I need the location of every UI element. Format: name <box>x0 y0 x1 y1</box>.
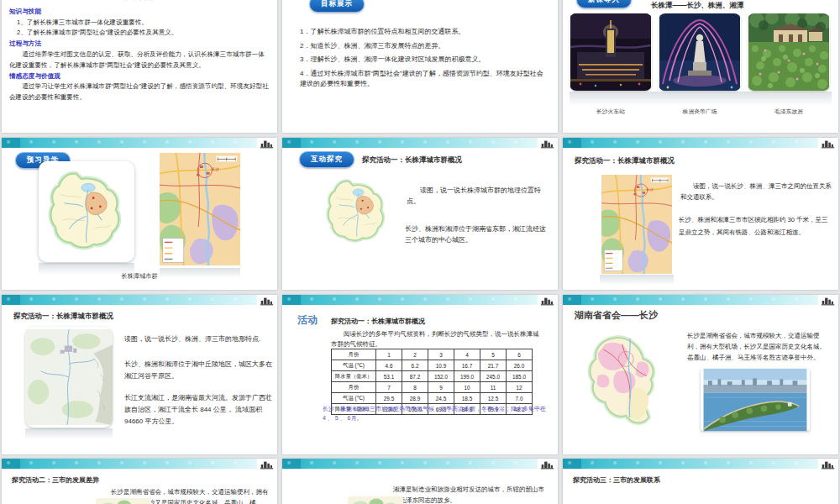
climate-value-cell: 10.9 <box>428 360 454 371</box>
climate-value-cell: 5 <box>480 349 507 360</box>
changsha-admin-map <box>585 328 679 446</box>
goal-item: 3．理解长沙、株洲、湘潭一体化建设对区域发展的积极意义。 <box>300 55 547 65</box>
slide-thumbnail-6[interactable]: 探究活动一：长株潭城市群概况 读图，说一说长沙、株洲、潭三市之间的位置关系和交通… <box>563 138 838 290</box>
climate-value-cell: 199.0 <box>454 371 480 382</box>
city-description-text: 湘潭是制造业和旅游业相对发达的城市，所辖的韶山市是毛泽东同志的故乡。 <box>393 485 546 504</box>
goal-item: 4．通过对长株潭城市群“两型社会”建设的了解，感悟资源节约型、环境友好型社会建设… <box>300 69 547 89</box>
maps-caption: 长株潭城市群 <box>2 272 277 281</box>
climate-value-cell: 185.0 <box>507 371 533 382</box>
city-description-text: 长沙是湖南省省会，城市规模较大，交通运输便利，拥有大型机场，长沙又是国家历史文化… <box>687 330 830 363</box>
answer-text: 长沙、株洲和湘潭三市市区彼此相距约 30 千米，呈三足鼎立之势，其间有铁路、公路… <box>679 213 833 239</box>
goal-item: 1．了解长株潭城市群的位置特点和相互间的交通联系。 <box>300 27 547 37</box>
slide-header-band <box>2 138 257 148</box>
climate-value-cell: 7 <box>376 382 402 393</box>
slide-header-band <box>282 459 538 469</box>
answer-text: 长沙、株洲和湘潭位于湘中丘陵地区，城区大多在湘江河谷平原区。 <box>124 359 274 382</box>
climate-value-cell: 53.1 <box>376 371 402 382</box>
section-badge: 目标展示 <box>309 0 365 13</box>
climate-value-cell: 4.6 <box>376 360 402 371</box>
map-reflection <box>600 275 674 285</box>
hunan-province-map <box>323 168 391 255</box>
climate-value-cell: 3 <box>428 349 454 360</box>
slide-title: 教学目标 <box>9 0 269 3</box>
activity-title: 探究活动一：长株潭城市群概况 <box>362 155 462 165</box>
objectives-body: 教学目标 知识与技能 1、了解长株潭三市城市群一体化建设重要性。 2、了解长株潭… <box>9 0 269 103</box>
slide-thumbnail-4[interactable]: 预习导学 长株潭城市群 <box>2 138 277 290</box>
city-skyline-icon <box>540 459 554 470</box>
climate-value-cell: 12.5 <box>480 393 507 404</box>
activity-label: 活动 <box>297 313 318 328</box>
climate-value-cell: 7.0 <box>507 393 533 404</box>
city-cluster-road-map <box>600 175 674 274</box>
question-text: 读图，说一说长沙、株洲、潭三市之间的位置关系和交通联系。 <box>680 181 832 202</box>
section-badge: 互动探究 <box>299 151 354 168</box>
climate-value-cell: 87.2 <box>402 371 428 382</box>
slide-header-band <box>282 295 538 305</box>
climate-value-cell: 16.7 <box>454 360 480 371</box>
climate-value-cell: 2 <box>402 349 428 360</box>
terrain-map <box>25 327 113 428</box>
slide-sorter-grid: 教学目标 知识与技能 1、了解长株潭三市城市群一体化建设重要性。 2、了解长株潭… <box>0 0 840 504</box>
climate-value-cell: 24.5 <box>428 393 454 404</box>
slide-thumbnail-10[interactable]: 探究活动二：三市的发展差异 长沙是湖南省省会，城市规模较大，交通运输便利，拥有大… <box>2 459 277 504</box>
photo-caption: 长沙火车站 <box>570 108 652 116</box>
climate-value-cell: 8 <box>402 382 428 393</box>
answer-text: 长沙、株洲和湘潭位于湖南省东部，湘江流经这三个城市的中心城区。 <box>405 223 551 245</box>
climate-value-cell: 18.5 <box>454 393 480 404</box>
climate-row-header: 气温 (℃) <box>332 360 376 371</box>
hunan-province-map <box>44 166 129 257</box>
objective-heading: 过程与方法 <box>9 39 269 50</box>
slide-header-band <box>563 138 818 148</box>
conclusion-text: 长沙、株洲和湘潭三市均属亚热带季风气候，夏季高温多雨，冬季冷湿；降水多集中在 4… <box>323 404 549 423</box>
activity-title: 探究活动一：长株潭城市群概况 <box>13 312 113 322</box>
photo-mao-residence <box>748 13 830 91</box>
objective-paragraph: 通过学习让学生对长株潭城市群“两型社会”建设的了解，感悟资源节约型、环境友好型社… <box>9 81 269 103</box>
slide-header-band <box>563 459 818 469</box>
question-text: 阅读长沙的多年平均气候资料，判断长沙的气候类型，说一说长株潭城市群的气候特征。 <box>331 329 544 349</box>
photo-caption: 株洲炎帝广场 <box>659 108 741 116</box>
objective-heading: 情感态度与价值观 <box>9 71 269 82</box>
climate-value-cell: 6.2 <box>402 360 428 371</box>
slide-thumbnail-1[interactable]: 教学目标 知识与技能 1、了解长株潭三市城市群一体化建设重要性。 2、了解长株潭… <box>2 0 277 133</box>
slide-header-band <box>2 459 257 469</box>
slide-thumbnail-11[interactable]: 湘潭是制造业和旅游业相对发达的城市，所辖的韶山市是毛泽东同志的故乡。 <box>282 459 558 504</box>
city-skyline-icon <box>540 139 554 149</box>
slide-header-band <box>563 295 818 305</box>
hunan-map-card <box>39 161 134 262</box>
climate-value-cell: 11 <box>480 382 507 393</box>
climate-value-cell: 28.9 <box>402 393 428 404</box>
question-text: 读图，说一说长株潭城市群的地理位置特点。 <box>407 185 549 207</box>
climate-row-header: 降水量（毫米） <box>332 371 376 382</box>
climate-value-cell: 6 <box>507 349 533 360</box>
slide-thumbnail-12[interactable]: 探究活动三：三市的发展联系 <box>563 459 838 504</box>
climate-row-header: 气温 (℃) <box>332 393 376 404</box>
river-note-text: 长江支流湘江，是湖南省最大河流。发源于广西壮族自治区，湘江干流全长 844 公里… <box>124 392 274 428</box>
city-skyline-icon <box>260 296 274 306</box>
section-badge: 新课导入 <box>576 0 632 8</box>
climate-row-header: 月份 <box>332 382 376 393</box>
city-skyline-icon <box>821 296 835 306</box>
slide-thumbnail-9[interactable]: 湖南省省会——长沙 长沙是湖南省省会，城市规模较大，交通运输便利，拥有大型机场，… <box>563 295 838 454</box>
slide-thumbnail-5[interactable]: 互动探究 探究活动一：长株潭城市群概况 读图，说一说长株潭城市群的地理位置特点。… <box>282 138 558 290</box>
activity-title: 探究活动三：三市的发展联系 <box>573 475 660 485</box>
objective-line: 1、了解长株潭三市城市群一体化建设重要性。 <box>9 18 269 29</box>
slide-thumbnail-3[interactable]: 新课导入 长株潭——长沙、株洲、湘潭 长沙火车站 株洲炎帝广场 毛泽东故居 <box>563 0 838 133</box>
climate-row-header: 月份 <box>332 349 376 360</box>
city-skyline-icon <box>821 459 835 470</box>
climate-value-cell: 29.5 <box>376 393 402 404</box>
objective-paragraph: 通过培养学生对图文信息的认定、获取、分析及评价能力，认识长株潭三市城市群一体化建… <box>9 50 269 71</box>
slide-thumbnail-2[interactable]: 目标展示 1．了解长株潭城市群的位置特点和相互间的交通联系。 2．知道长沙、株洲… <box>282 0 558 133</box>
climate-value-cell: 1 <box>376 349 402 360</box>
slide-title: 湖南省省会——长沙 <box>575 309 658 322</box>
climate-value-cell: 10 <box>454 382 480 393</box>
slide-header-band <box>282 138 538 148</box>
photo-zhuzhou-square <box>659 13 741 91</box>
climate-value-cell: 12 <box>507 382 533 393</box>
climate-value-cell: 4 <box>454 349 480 360</box>
slide-thumbnail-7[interactable]: 探究活动一：长株潭城市群概况 读图，说一说长沙、株洲、潭三市的地形特点. 长沙、… <box>2 295 277 454</box>
slide-thumbnail-8[interactable]: 活动 探究活动一：长株潭城市群概况 阅读长沙的多年平均气候资料，判断长沙的气候类… <box>282 295 558 454</box>
photo-caption: 毛泽东故居 <box>748 108 830 116</box>
city-cluster-road-map <box>160 151 240 267</box>
climate-value-cell: 9 <box>428 382 454 393</box>
climate-value-cell: 245.0 <box>480 371 507 382</box>
